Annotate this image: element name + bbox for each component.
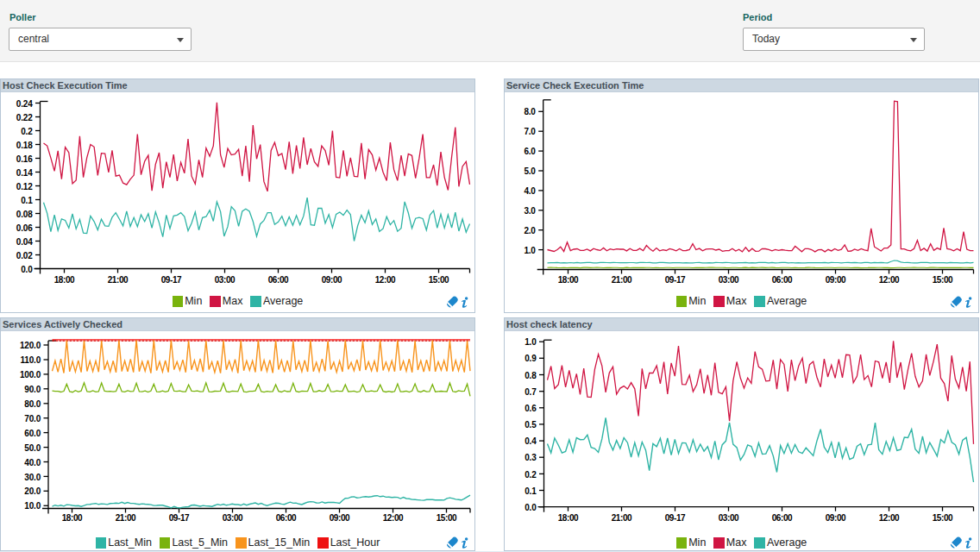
svg-text:0.22: 0.22 (16, 113, 33, 122)
svg-text:0.04: 0.04 (16, 237, 33, 247)
svg-text:0.18: 0.18 (16, 141, 33, 150)
svg-text:110.0: 110.0 (21, 355, 41, 365)
svg-text:0.0: 0.0 (21, 265, 33, 274)
svg-text:0.2: 0.2 (21, 127, 33, 136)
svg-text:09-17: 09-17 (665, 513, 686, 523)
svg-text:0.7: 0.7 (525, 387, 537, 397)
svg-text:21:00: 21:00 (116, 513, 136, 523)
svg-text:15:00: 15:00 (437, 513, 457, 523)
svg-text:8.0: 8.0 (524, 107, 536, 116)
svg-text:0.8: 0.8 (525, 371, 537, 380)
svg-text:21:00: 21:00 (612, 513, 632, 523)
svg-text:21:00: 21:00 (612, 275, 632, 285)
svg-text:03:00: 03:00 (215, 275, 236, 285)
svg-text:21:00: 21:00 (108, 275, 129, 285)
svg-text:09:00: 09:00 (826, 275, 846, 285)
svg-text:6.0: 6.0 (524, 147, 536, 156)
svg-text:100.0: 100.0 (20, 370, 41, 380)
svg-text:03:00: 03:00 (719, 275, 739, 285)
svg-text:09-17: 09-17 (169, 513, 190, 523)
svg-text:15:00: 15:00 (933, 275, 953, 285)
svg-text:0.3: 0.3 (525, 453, 537, 462)
svg-text:12:00: 12:00 (879, 275, 900, 285)
svg-text:0.4: 0.4 (525, 436, 537, 446)
svg-text:06:00: 06:00 (772, 513, 793, 523)
svg-text:30.0: 30.0 (24, 473, 41, 482)
svg-text:0.5: 0.5 (525, 420, 537, 430)
svg-text:12:00: 12:00 (375, 275, 396, 285)
svg-text:50.0: 50.0 (24, 443, 41, 453)
svg-text:7.0: 7.0 (524, 127, 536, 136)
svg-text:0.12: 0.12 (16, 182, 33, 191)
svg-text:18:00: 18:00 (558, 275, 579, 285)
svg-text:90.0: 90.0 (24, 385, 41, 394)
svg-text:09:00: 09:00 (322, 275, 342, 285)
svg-text:0.02: 0.02 (16, 251, 33, 260)
svg-text:06:00: 06:00 (772, 275, 793, 285)
svg-text:18:00: 18:00 (62, 513, 83, 523)
svg-text:0.2: 0.2 (525, 470, 537, 480)
svg-text:0.1: 0.1 (525, 486, 537, 496)
svg-text:2.0: 2.0 (524, 226, 536, 235)
svg-text:0.14: 0.14 (16, 168, 33, 178)
svg-text:0.06: 0.06 (16, 223, 33, 233)
svg-text:3.0: 3.0 (524, 206, 536, 216)
svg-text:4.0: 4.0 (524, 186, 536, 196)
svg-text:06:00: 06:00 (268, 275, 289, 285)
svg-text:0.08: 0.08 (16, 210, 33, 219)
svg-text:0.24: 0.24 (16, 99, 33, 109)
svg-text:18:00: 18:00 (54, 275, 75, 285)
svg-text:12:00: 12:00 (383, 513, 404, 523)
svg-text:18:00: 18:00 (558, 513, 579, 523)
svg-text:0.1: 0.1 (21, 196, 33, 205)
svg-text:0.0: 0.0 (525, 503, 537, 512)
svg-text:80.0: 80.0 (24, 399, 41, 409)
svg-text:09:00: 09:00 (826, 513, 846, 523)
svg-text:06:00: 06:00 (276, 513, 297, 523)
svg-text:20.0: 20.0 (24, 486, 41, 496)
svg-text:0.16: 0.16 (16, 154, 33, 164)
svg-text:09-17: 09-17 (665, 275, 686, 285)
svg-text:03:00: 03:00 (223, 513, 243, 523)
svg-text:40.0: 40.0 (24, 458, 41, 467)
svg-text:60.0: 60.0 (24, 429, 41, 438)
svg-text:1.0: 1.0 (525, 337, 537, 347)
svg-text:15:00: 15:00 (429, 275, 449, 285)
svg-text:03:00: 03:00 (719, 513, 739, 523)
svg-text:10.0: 10.0 (24, 501, 41, 511)
svg-text:15:00: 15:00 (933, 513, 953, 523)
svg-text:1.0: 1.0 (524, 246, 536, 255)
svg-text:0.6: 0.6 (525, 404, 537, 413)
svg-text:70.0: 70.0 (24, 414, 41, 423)
svg-text:09-17: 09-17 (161, 275, 182, 285)
svg-text:120.0: 120.0 (20, 341, 41, 350)
svg-text:0.9: 0.9 (525, 354, 537, 363)
svg-text:5.0: 5.0 (524, 166, 536, 176)
svg-text:12:00: 12:00 (879, 513, 900, 523)
svg-text:09:00: 09:00 (330, 513, 350, 523)
